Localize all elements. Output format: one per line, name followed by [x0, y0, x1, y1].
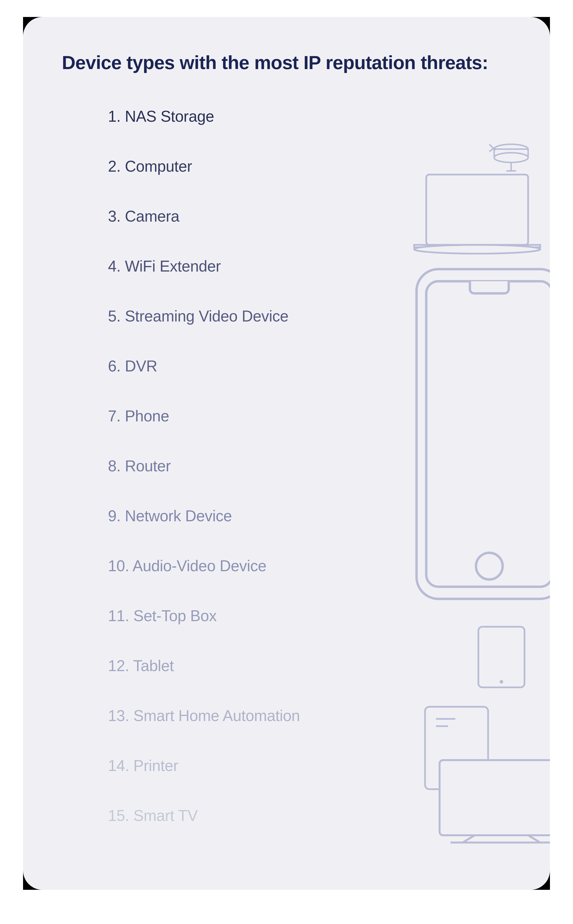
list-item: Phone — [108, 408, 550, 424]
list-item: Camera — [108, 209, 550, 224]
list-item: Network Device — [108, 508, 550, 524]
list-item: Tablet — [108, 658, 550, 674]
list-item: Router — [108, 458, 550, 474]
info-card: Device types with the most IP reputation… — [23, 17, 550, 890]
list-item: DVR — [108, 358, 550, 374]
device-ranking-list: NAS Storage Computer Camera WiFi Extende… — [62, 109, 550, 823]
list-item: Smart Home Automation — [108, 708, 550, 724]
list-item: Audio-Video Device — [108, 558, 550, 574]
list-item: WiFi Extender — [108, 259, 550, 274]
list-item: Smart TV — [108, 808, 550, 823]
list-item: Computer — [108, 159, 550, 174]
card-title: Device types with the most IP reputation… — [62, 51, 498, 75]
list-item: NAS Storage — [108, 109, 550, 124]
svg-line-21 — [528, 835, 540, 843]
list-item: Printer — [108, 758, 550, 773]
list-item: Set-Top Box — [108, 608, 550, 624]
svg-line-20 — [463, 835, 475, 843]
list-item: Streaming Video Device — [108, 308, 550, 324]
